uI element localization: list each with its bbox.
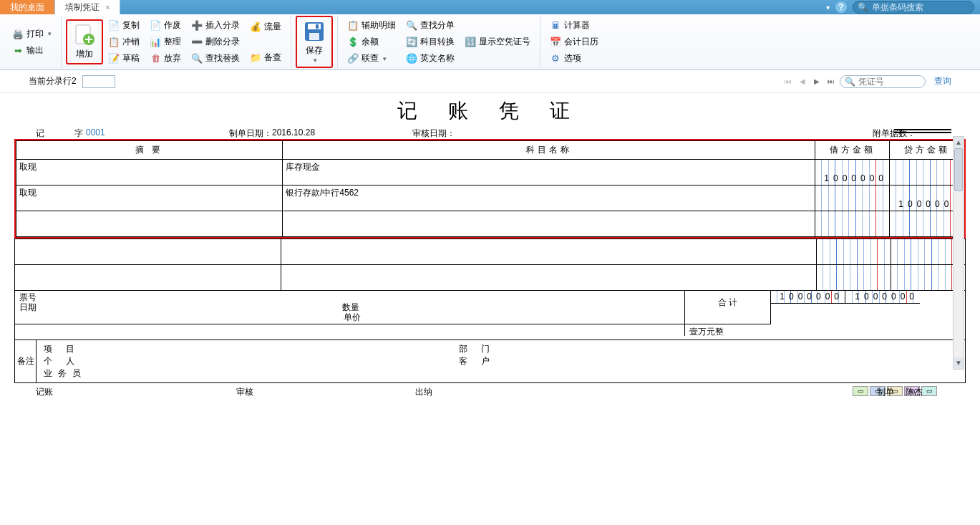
table-row[interactable]: 取现库存现金1000000 <box>16 160 964 186</box>
balance-button[interactable]: 💲 余额 <box>345 34 398 49</box>
search-icon: 🔍 <box>858 2 868 12</box>
options-button[interactable]: ⚙ 选项 <box>548 51 601 66</box>
cell-account[interactable] <box>281 239 817 265</box>
invalid-button[interactable]: 📄 作废 <box>147 18 183 33</box>
cell-account[interactable]: 银行存款/中行4562 <box>283 186 815 211</box>
search-icon: 🔍 <box>845 77 855 87</box>
sub-toolbar: 当前分录行2 ⏮ ◀ ▶ ⏭ 🔍 查询 <box>0 70 980 93</box>
cell-summary[interactable]: 取现 <box>16 186 283 211</box>
date-label: 日期 <box>19 302 37 312</box>
arrange-icon: 📊 <box>150 37 161 48</box>
scroll-down-icon[interactable]: ▼ <box>954 357 964 369</box>
vertical-scrollbar[interactable]: ▲ ▼ <box>953 136 964 370</box>
draft-label: 草稿 <box>122 52 140 64</box>
print-button[interactable]: 🖨️ 打印 ▾ <box>10 27 54 42</box>
calculator-label: 计算器 <box>564 19 590 32</box>
decorative-line <box>894 129 951 130</box>
make-date[interactable]: 2016.10.28 <box>272 127 315 138</box>
barcode-search-input[interactable] <box>872 2 965 12</box>
save-button[interactable]: 保存 ▾ <box>296 16 333 68</box>
add-label: 增加 <box>76 48 93 60</box>
cell-account[interactable]: 库存现金 <box>283 160 815 186</box>
table-row[interactable] <box>15 265 966 291</box>
query-link[interactable]: 查询 <box>934 75 951 87</box>
tab-voucher[interactable]: 填制凭证 × <box>55 0 120 14</box>
show-empty-button[interactable]: 🔢 显示空凭证号 <box>462 34 533 49</box>
table-row[interactable] <box>15 239 966 265</box>
nav-last-button[interactable]: ⏭ <box>825 76 837 87</box>
invalid-icon: 📄 <box>150 20 161 32</box>
cell-account[interactable] <box>281 265 817 291</box>
chevron-down-icon: ▾ <box>314 57 317 64</box>
aux-detail-button[interactable]: 📋 辅助明细 <box>345 18 398 33</box>
arrange-button[interactable]: 📊 整理 <box>147 34 183 49</box>
cell-summary[interactable] <box>15 265 281 291</box>
calendar-button[interactable]: 📅 会计日历 <box>548 34 601 49</box>
cell-account[interactable] <box>283 211 815 237</box>
account-convert-button[interactable]: 🔄 科目转换 <box>404 34 457 49</box>
cell-summary[interactable]: 取现 <box>16 160 283 186</box>
backup-button[interactable]: 📁 备查 <box>248 50 283 65</box>
tab-desktop[interactable]: 我的桌面 <box>0 0 55 14</box>
help-icon[interactable]: ? <box>835 1 847 13</box>
header-account: 科目名称 <box>283 141 815 160</box>
close-icon[interactable]: × <box>105 3 110 11</box>
cell-debit[interactable] <box>815 211 890 237</box>
voucher-table: 摘 要 科目名称 借方金额 贷方金额 取现库存现金1000000取现银行存款/中… <box>16 140 964 237</box>
print-label: 打印 <box>26 28 44 40</box>
insert-entry-button[interactable]: ➕ 插入分录 <box>189 18 242 33</box>
nav-prev-button[interactable]: ◀ <box>797 76 808 87</box>
top-tabs: 我的桌面 填制凭证 × <box>0 0 120 14</box>
insert-row-icon: ➕ <box>191 20 203 32</box>
add-button[interactable]: 增加 <box>66 19 103 64</box>
voucher-footer: 票号 日期 数量 单价 合 计 1000000 1000000 <box>14 291 966 340</box>
convert-icon: 🔄 <box>406 37 417 48</box>
delete-entry-button[interactable]: ➖ 删除分录 <box>189 34 242 49</box>
table-header-row: 摘 要 科目名称 借方金额 贷方金额 <box>16 141 964 160</box>
zi-label: 字 <box>74 127 83 140</box>
export-button[interactable]: ➡ 输出 <box>10 43 54 58</box>
cell-summary[interactable] <box>16 211 283 237</box>
current-entry-input[interactable] <box>82 75 115 88</box>
delete-entry-label: 删除分录 <box>205 36 240 48</box>
sig-auditor: 审核 <box>236 386 253 398</box>
copy-button[interactable]: 📄 复制 <box>106 18 142 33</box>
cell-debit[interactable]: 1000000 <box>815 160 890 186</box>
cell-debit[interactable] <box>817 239 891 265</box>
voucher-no[interactable]: 0001 <box>86 127 105 138</box>
voucher-search[interactable]: 🔍 <box>840 75 926 88</box>
reverse-button[interactable]: 📋 冲销 <box>106 34 142 49</box>
cell-debit[interactable] <box>815 186 890 211</box>
scroll-up-icon[interactable]: ▲ <box>954 137 964 148</box>
aux-detail-label: 辅助明细 <box>362 19 396 32</box>
cell-summary[interactable] <box>15 239 281 265</box>
chevron-down-icon[interactable]: ▾ <box>826 4 830 11</box>
table-row[interactable] <box>16 211 964 237</box>
language-icon: 🌐 <box>406 53 417 64</box>
scrollbar-thumb[interactable] <box>954 148 963 191</box>
draft-button[interactable]: 📝 草稿 <box>106 51 142 66</box>
decorative-line <box>894 132 951 133</box>
audit-date-label: 审核日期： <box>412 127 455 140</box>
flow-icon: 💰 <box>250 21 261 32</box>
find-voucher-button[interactable]: 🔍 查找分单 <box>404 18 457 33</box>
nav-first-button[interactable]: ⏮ <box>782 76 794 87</box>
remark-customer: 客 户 <box>459 355 502 367</box>
cell-debit[interactable] <box>817 265 891 291</box>
remark-block: 备注 项 目 部 门 个 人 客 户 业务员 ▭ ▭ ▭ ▭ <box>14 340 966 383</box>
export-icon: ➡ <box>12 44 24 56</box>
voucher-search-input[interactable] <box>858 77 920 87</box>
voucher-meta-row: 记 字 0001 制单日期： 2016.10.28 审核日期： 附单据数： <box>14 126 966 139</box>
insert-entry-label: 插入分录 <box>205 19 240 32</box>
flow-button[interactable]: 💰 流量 <box>248 19 283 34</box>
printer-icon: 🖨️ <box>12 28 24 39</box>
calculator-button[interactable]: 🖩 计算器 <box>548 18 601 33</box>
abandon-button[interactable]: 🗑 放弃 <box>147 51 183 66</box>
english-name-button[interactable]: 🌐 英文名称 <box>404 51 457 66</box>
sig-maker-name: 陈杰 <box>906 386 923 398</box>
nav-next-button[interactable]: ▶ <box>811 76 823 87</box>
barcode-search[interactable]: 🔍 <box>853 1 974 14</box>
link-query-button[interactable]: 🔗 联查 ▾ <box>345 51 398 66</box>
find-replace-button[interactable]: 🔍 查找替换 <box>189 51 242 66</box>
table-row[interactable]: 取现银行存款/中行45621000000 <box>16 186 964 211</box>
